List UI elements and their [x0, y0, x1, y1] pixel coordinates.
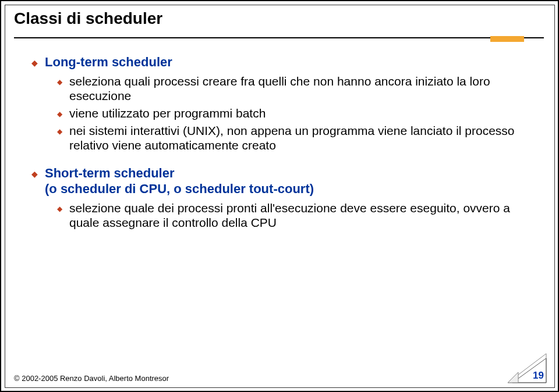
diamond-bullet-icon: ◆	[57, 127, 62, 153]
heading-line-2: (o scheduler di CPU, o scheduler tout-co…	[45, 181, 314, 196]
page-corner: 19	[507, 352, 547, 384]
diamond-bullet-icon: ◆	[31, 169, 38, 197]
bullet-text: selezione quale dei processi pronti all'…	[69, 201, 523, 230]
content-area: ◆ Long-term scheduler ◆ seleziona quali …	[31, 51, 523, 234]
diamond-bullet-icon: ◆	[57, 205, 62, 230]
diamond-bullet-icon: ◆	[31, 58, 38, 70]
section-1-items: ◆ seleziona quali processi creare fra qu…	[57, 74, 523, 153]
section-heading-1: ◆ Long-term scheduler	[31, 55, 523, 70]
heading-line-1: Short-term scheduler	[45, 166, 175, 180]
heading-text: Short-term scheduler (o scheduler di CPU…	[45, 166, 314, 197]
diamond-bullet-icon: ◆	[57, 78, 62, 104]
bullet-item: ◆ nei sistemi interattivi (UNIX), non ap…	[57, 123, 523, 153]
page-number: 19	[533, 370, 544, 382]
heading-text: Long-term scheduler	[45, 55, 172, 70]
rule-accent	[490, 36, 524, 42]
footer-copyright: © 2002-2005 Renzo Davoli, Alberto Montre…	[14, 374, 169, 383]
section-heading-2: ◆ Short-term scheduler (o scheduler di C…	[31, 166, 523, 197]
svg-marker-2	[508, 372, 518, 383]
bullet-text: seleziona quali processi creare fra quel…	[69, 74, 523, 104]
bullet-item: ◆ selezione quale dei processi pronti al…	[57, 201, 523, 230]
bullet-item: ◆ viene utilizzato per programmi batch	[57, 106, 523, 121]
bullet-text: viene utilizzato per programmi batch	[69, 106, 266, 121]
slide-title: Classi di scheduler	[14, 9, 162, 28]
section-2-items: ◆ selezione quale dei processi pronti al…	[57, 201, 523, 230]
title-rule	[14, 37, 544, 41]
bullet-item: ◆ seleziona quali processi creare fra qu…	[57, 74, 523, 104]
diamond-bullet-icon: ◆	[57, 110, 62, 121]
bullet-text: nei sistemi interattivi (UNIX), non appe…	[69, 123, 523, 153]
slide: Classi di scheduler ◆ Long-term schedule…	[0, 0, 559, 392]
